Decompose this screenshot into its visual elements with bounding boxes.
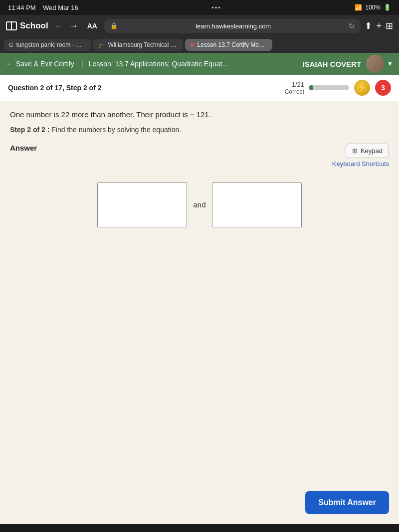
step-instruction: Step 2 of 2 : Find the numbers by solvin… <box>10 126 389 134</box>
user-name: ISAIAH COVERT <box>303 60 362 68</box>
tab-1[interactable]: G tungsten panic room - Google... <box>4 39 91 51</box>
browser-top-bar: School ← → AA 🔒 learn.hawkeslearning.com… <box>0 15 399 37</box>
tab3-favicon: ✖ <box>190 42 195 48</box>
save-exit-label: Save & Exit Certify <box>16 60 74 68</box>
submit-button-label: Submit Answer <box>318 498 376 507</box>
question-body: One number is 22 more than another. Thei… <box>0 101 399 400</box>
answer-input-1[interactable] <box>97 182 187 227</box>
nav-buttons: ← → <box>52 20 80 32</box>
answer-label: Answer <box>10 144 37 152</box>
lock-icon: 🔒 <box>110 22 118 29</box>
status-date: Wed Mar 16 <box>43 4 78 11</box>
forward-arrow-icon: → <box>69 21 78 31</box>
keypad-section: ⊞ Keypad Keyboard Shortcuts <box>332 144 389 168</box>
tab2-favicon: 🎓 <box>98 42 105 48</box>
aa-button[interactable]: AA <box>84 21 100 31</box>
back-arrow-icon: ← <box>54 21 63 31</box>
keyboard-shortcuts-link[interactable]: Keyboard Shortcuts <box>332 160 389 168</box>
submit-section: Submit Answer <box>305 491 389 514</box>
user-avatar[interactable] <box>366 55 384 73</box>
keypad-icon: ⊞ <box>352 147 358 155</box>
aa-label: AA <box>87 22 97 30</box>
address-bar[interactable]: 🔒 learn.hawkeslearning.com ↻ <box>104 19 361 33</box>
score-display: 1/21 Correct <box>285 81 304 95</box>
step-detail-text: Find the numbers by solving the equation… <box>51 126 181 134</box>
tab-3-active[interactable]: ✖ Lesson 13.7 Certify Mode Que... <box>185 39 272 51</box>
school-label-area: School <box>6 21 48 31</box>
answer-input-2[interactable] <box>212 182 302 227</box>
input-fields-row: and <box>10 182 389 227</box>
reload-icon[interactable]: ↻ <box>349 22 355 30</box>
browser-chrome: School ← → AA 🔒 learn.hawkeslearning.com… <box>0 15 399 75</box>
tab-grid-button[interactable]: ⊞ <box>386 20 393 31</box>
forward-button[interactable]: → <box>67 20 80 32</box>
status-three-dots: ••• <box>211 4 221 11</box>
score-section: 1/21 Correct ⚡ 3 <box>285 80 391 96</box>
save-back-arrow-icon: ← <box>6 60 13 68</box>
status-time-date: 11:44 PM Wed Mar 16 <box>8 4 78 11</box>
keypad-button[interactable]: ⊞ Keypad <box>346 144 389 158</box>
coin-badge: ⚡ <box>354 80 370 96</box>
tab2-label: Williamsburg Technical Colleg... <box>108 41 178 48</box>
tab3-label: Lesson 13.7 Certify Mode Que... <box>198 41 267 48</box>
avatar-image <box>366 55 384 73</box>
question-info: Question 2 of 17, Step 2 of 2 <box>8 84 101 92</box>
question-body-text: One number is 22 more than another. Thei… <box>10 109 389 121</box>
tab-2[interactable]: 🎓 Williamsburg Technical Colleg... <box>93 39 183 51</box>
user-dropdown-arrow[interactable]: ▼ <box>387 60 393 67</box>
submit-button[interactable]: Submit Answer <box>305 491 389 514</box>
tab1-label: tungsten panic room - Google... <box>16 41 86 48</box>
address-text: learn.hawkeslearning.com <box>121 22 346 30</box>
status-right: 📶 100% 🔋 <box>355 4 391 11</box>
main-content: Question 2 of 17, Step 2 of 2 1/21 Corre… <box>0 75 399 524</box>
status-bar: 11:44 PM Wed Mar 16 ••• 📶 100% 🔋 <box>0 0 399 15</box>
add-tab-button[interactable]: + <box>376 21 382 31</box>
wifi-icon: 📶 <box>355 4 362 11</box>
status-time: 11:44 PM <box>8 4 36 11</box>
browser-tabs-icon[interactable] <box>6 21 17 30</box>
share-button[interactable]: ⬆ <box>365 20 372 31</box>
keypad-button-label: Keypad <box>361 147 383 155</box>
answer-section: Answer ⊞ Keypad Keyboard Shortcuts and <box>10 144 389 227</box>
save-exit-button[interactable]: ← Save & Exit Certify <box>6 60 83 68</box>
battery-percent: 100% <box>365 4 381 11</box>
browser-action-buttons: ⬆ + ⊞ <box>365 20 393 31</box>
lesson-title: Lesson: 13.7 Applications: Quadratic Equ… <box>89 60 303 68</box>
step-label: Step 2 of 2 : <box>10 126 49 134</box>
score-fraction: 1/21 <box>285 81 304 88</box>
question-header: Question 2 of 17, Step 2 of 2 1/21 Corre… <box>0 75 399 101</box>
school-text: School <box>20 21 48 31</box>
battery-status: 100% <box>365 4 381 11</box>
heart-badge: 3 <box>375 80 391 96</box>
tabs-bar: G tungsten panic room - Google... 🎓 Will… <box>0 37 399 53</box>
and-separator: and <box>193 200 205 209</box>
tab1-favicon: G <box>9 42 13 48</box>
score-bar <box>309 85 349 90</box>
correct-label: Correct <box>285 88 304 95</box>
score-fill <box>309 85 313 90</box>
back-button[interactable]: ← <box>52 20 65 32</box>
battery-icon: 🔋 <box>384 4 391 11</box>
app-toolbar: ← Save & Exit Certify Lesson: 13.7 Appli… <box>0 53 399 75</box>
